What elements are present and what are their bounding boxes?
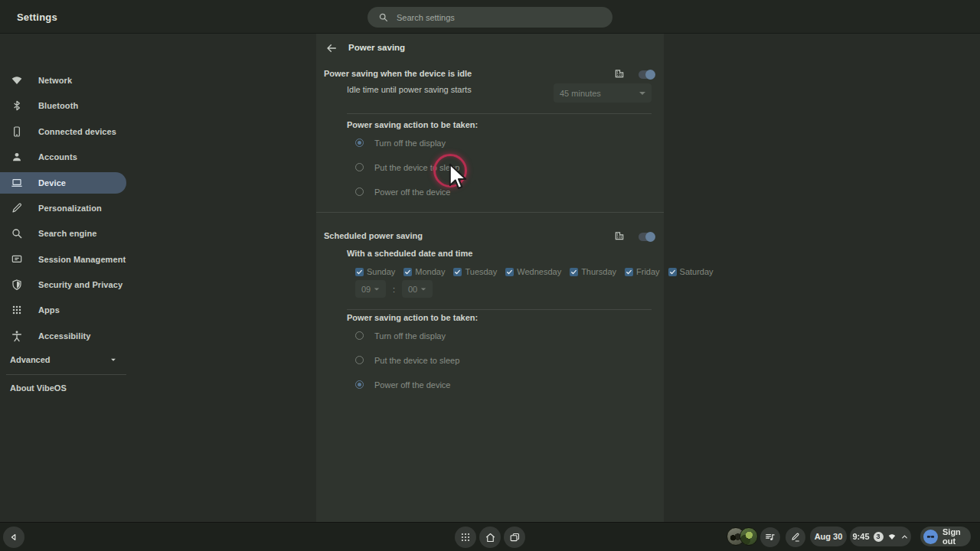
radio-option-power-off-2[interactable]: Power off the device [355, 380, 450, 390]
checkbox-icon [403, 268, 412, 276]
day-checkbox-thursday[interactable]: Thursday [570, 267, 616, 276]
shield-icon [11, 279, 23, 291]
date-button[interactable]: Aug 30 [810, 527, 847, 546]
day-checkbox-saturday[interactable]: Saturday [668, 267, 714, 276]
idle-time-select[interactable]: 45 minutes [554, 83, 652, 103]
sidebar-item-label: Connected devices [38, 127, 116, 136]
wifi-icon [11, 74, 23, 86]
sign-out-button[interactable]: Sign out [920, 527, 971, 546]
date-label: Aug 30 [815, 532, 843, 541]
day-checkbox-friday[interactable]: Friday [625, 267, 660, 276]
schedule-time-row: 09 : 00 [355, 280, 433, 298]
section-divider [316, 212, 664, 213]
chevron-down-icon [374, 288, 379, 290]
radio-icon [355, 380, 364, 389]
radio-icon [355, 163, 364, 171]
schedule-datetime-label: With a scheduled date and time [347, 249, 472, 258]
queue-music-icon [765, 532, 776, 543]
sidebar-item-label: Device [38, 178, 66, 187]
top-header: Settings [0, 0, 980, 34]
sidebar-item-accounts[interactable]: Accounts [0, 146, 126, 168]
checkbox-icon [453, 268, 462, 276]
chevron-down-icon [109, 356, 117, 364]
minute-value: 00 [408, 285, 417, 294]
radio-label: Power off the device [374, 187, 450, 197]
radio-icon [355, 331, 364, 340]
radio-option-turn-off-display-2[interactable]: Turn off the display [355, 331, 446, 341]
idle-action-label: Power saving action to be taken: [347, 120, 478, 129]
launcher-button[interactable] [455, 527, 476, 548]
search-input[interactable] [397, 13, 588, 22]
phone-icon [11, 126, 23, 138]
divider [347, 113, 652, 114]
day-checkbox-wednesday[interactable]: Wednesday [505, 267, 561, 276]
radio-label: Turn off the display [374, 331, 446, 341]
sidebar-item-bluetooth[interactable]: Bluetooth [0, 95, 126, 116]
scheduled-power-saving-toggle[interactable] [639, 233, 655, 241]
sidebar-item-accessibility[interactable]: Accessibility [0, 325, 126, 347]
home-button[interactable] [479, 527, 501, 548]
day-checkbox-sunday[interactable]: Sunday [355, 267, 395, 276]
radio-icon [355, 187, 364, 196]
apps-grid-icon [11, 304, 23, 316]
sidebar-item-label: Accounts [38, 152, 77, 161]
radio-option-turn-off-display[interactable]: Turn off the display [355, 138, 446, 148]
media-queue-button[interactable] [760, 527, 780, 547]
radio-label: Turn off the display [374, 139, 446, 148]
sidebar-item-label: Accessibility [38, 331, 91, 341]
apps-grid-icon [460, 532, 471, 543]
radio-label: Put the device to sleep [374, 356, 459, 365]
search-icon [378, 12, 388, 22]
sidebar-item-about[interactable]: About VibeOS [0, 377, 126, 399]
day-label: Monday [415, 267, 445, 276]
search-icon [11, 227, 23, 240]
window-overview-button[interactable] [504, 527, 525, 548]
minute-select[interactable]: 00 [402, 280, 433, 298]
sidebar-item-apps[interactable]: Apps [0, 299, 126, 321]
cursor-pointer [447, 162, 470, 191]
radio-option-sleep-2[interactable]: Put the device to sleep [355, 355, 459, 365]
time-separator: : [393, 285, 395, 294]
sidebar-item-label: Personalization [38, 204, 102, 213]
sidebar-item-label: Search engine [38, 229, 97, 238]
checkbox-icon [625, 268, 633, 276]
toggle-knob [645, 232, 655, 242]
chevron-down-icon [421, 288, 426, 290]
clock-label: 9:45 [852, 532, 869, 541]
tray-image-icon-2[interactable] [740, 527, 758, 546]
sidebar-item-personalization[interactable]: Personalization [0, 197, 126, 219]
advanced-label: Advanced [10, 355, 51, 364]
sidebar-item-device[interactable]: Device [0, 172, 126, 194]
day-label: Saturday [680, 267, 714, 276]
day-label: Friday [636, 267, 660, 276]
idle-power-saving-toggle[interactable] [639, 70, 655, 79]
day-checkbox-monday[interactable]: Monday [403, 267, 445, 276]
stylus-tools-button[interactable] [786, 527, 805, 547]
sidebar-item-session-management[interactable]: Session Management [0, 249, 126, 270]
checkbox-icon [355, 268, 364, 276]
checkbox-icon [668, 268, 677, 276]
wifi-status-icon [887, 532, 897, 541]
sidebar-item-search-engine[interactable]: Search engine [0, 223, 126, 244]
sidebar-item-network[interactable]: Network [0, 70, 126, 91]
back-navigation-button[interactable] [3, 527, 24, 548]
radio-icon [355, 356, 364, 364]
settings-search-bar[interactable] [368, 7, 612, 28]
sidebar-advanced-expander[interactable]: Advanced [0, 349, 126, 370]
hour-value: 09 [361, 285, 371, 294]
day-label: Thursday [581, 267, 616, 276]
hour-select[interactable]: 09 [355, 280, 386, 298]
sidebar: Network Bluetooth Connected devices Acco… [0, 34, 316, 522]
pen-icon [790, 532, 801, 543]
sidebar-item-security-privacy[interactable]: Security and Privacy [0, 274, 126, 295]
laptop-icon [11, 177, 23, 189]
person-icon [11, 151, 23, 163]
radio-option-power-off[interactable]: Power off the device [355, 187, 450, 197]
schedule-days-row: Sunday Monday Tuesday Wednesday Thursday… [355, 267, 714, 276]
sidebar-item-connected-devices[interactable]: Connected devices [0, 121, 126, 142]
sign-out-label: Sign out [942, 527, 971, 546]
radio-icon [355, 139, 364, 147]
back-button[interactable] [325, 42, 338, 54]
status-tray[interactable]: 9:45 3 [850, 527, 911, 546]
day-checkbox-tuesday[interactable]: Tuesday [453, 267, 497, 276]
